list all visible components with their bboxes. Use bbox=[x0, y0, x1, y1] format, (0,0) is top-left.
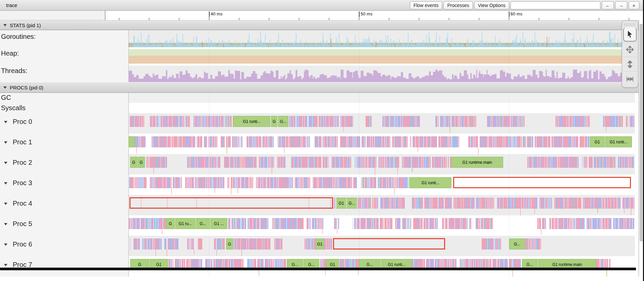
collapse-triangle-icon[interactable] bbox=[4, 203, 7, 205]
row-label-text: Proc 4 bbox=[13, 200, 32, 207]
trace-slice[interactable]: G... bbox=[278, 116, 288, 127]
timeline-area: STATS (pid 1) PROCS (pid 0) 40 ms50 ms60… bbox=[0, 11, 644, 281]
vertical-scrollbar[interactable] bbox=[639, 20, 643, 278]
sidebar-item-proc-2[interactable]: Proc 2 bbox=[0, 159, 32, 166]
sidebar-item-proc-3[interactable]: Proc 3 bbox=[0, 179, 32, 187]
trace-slice[interactable]: G... bbox=[509, 238, 525, 250]
trace-slice[interactable] bbox=[128, 136, 135, 147]
pan-arrows-icon bbox=[626, 46, 634, 53]
sidebar-item-proc-5[interactable]: Proc 5 bbox=[0, 220, 32, 228]
collapse-triangle-icon bbox=[3, 24, 7, 26]
label-column-divider bbox=[128, 20, 129, 277]
trace-viewer-window: trace Flow events Processes View Options… bbox=[0, 0, 644, 281]
nav-forward-button[interactable]: → bbox=[615, 1, 627, 9]
trace-slice[interactable]: G1 runtime.main bbox=[451, 157, 503, 168]
procs-section-title: PROCS (pid 0) bbox=[10, 85, 43, 90]
sidebar-item-gc: GC bbox=[1, 94, 11, 101]
stats-row-label: Threads: bbox=[1, 67, 28, 75]
trace-slice[interactable]: G1 runti... bbox=[233, 116, 270, 127]
trace-slice[interactable]: G... bbox=[196, 218, 210, 229]
row-label-text: GC bbox=[1, 94, 11, 101]
sidebar-item-syscalls: Syscalls bbox=[1, 104, 25, 112]
trace-slice[interactable]: G1 runti... bbox=[409, 177, 451, 188]
trace-slice[interactable]: G1 ... bbox=[210, 218, 227, 229]
stats-row-label: Heap: bbox=[1, 50, 19, 57]
trace-slice[interactable]: G... bbox=[347, 198, 357, 209]
track-label-column bbox=[0, 20, 128, 277]
trace-slice[interactable]: G1 runti... bbox=[605, 136, 632, 147]
collapse-triangle-icon[interactable] bbox=[4, 243, 7, 246]
search-input[interactable] bbox=[511, 1, 600, 9]
cursor-arrow-icon bbox=[626, 30, 634, 38]
selection-highlight bbox=[129, 197, 333, 209]
top-toolbar: trace Flow events Processes View Options… bbox=[0, 0, 644, 11]
stats-section-header[interactable]: STATS (pid 1) bbox=[0, 20, 639, 30]
view-options-button[interactable]: View Options bbox=[474, 1, 509, 9]
vertical-zoom-icon bbox=[626, 61, 634, 68]
overflow-button[interactable]: » bbox=[629, 1, 639, 9]
sidebar-item-proc-4[interactable]: Proc 4 bbox=[0, 200, 32, 207]
collapse-triangle-icon[interactable] bbox=[4, 141, 7, 144]
collapse-triangle-icon[interactable] bbox=[4, 162, 7, 164]
row-label-text: Proc 3 bbox=[13, 179, 32, 187]
trace-slice[interactable]: G1 bbox=[590, 136, 605, 147]
zoom-tool-button[interactable] bbox=[623, 57, 637, 71]
stats-section-title: STATS (pid 1) bbox=[10, 22, 41, 28]
collapse-triangle-icon[interactable] bbox=[4, 121, 7, 123]
row-label-text: Proc 6 bbox=[13, 240, 32, 248]
row-label-text: Syscalls bbox=[1, 104, 25, 112]
selection-highlight bbox=[453, 177, 631, 188]
pan-tool-button[interactable] bbox=[623, 42, 637, 57]
vertical-scrollbar-thumb[interactable] bbox=[640, 24, 643, 241]
ruler-time-label: 40 ms bbox=[209, 12, 222, 17]
ruler-time-label: 50 ms bbox=[359, 12, 372, 17]
selection-tool-button[interactable] bbox=[623, 27, 637, 42]
collapse-triangle-icon[interactable] bbox=[4, 264, 7, 266]
timing-range-icon bbox=[626, 75, 634, 83]
row-label-text: Proc 0 bbox=[13, 118, 32, 126]
procs-section-header[interactable]: PROCS (pid 0) bbox=[0, 82, 639, 93]
mode-tool-panel bbox=[622, 21, 638, 87]
collapse-triangle-icon bbox=[3, 86, 7, 89]
sidebar-item-proc-1[interactable]: Proc 1 bbox=[0, 138, 32, 146]
trace-slice[interactable]: G bbox=[166, 218, 175, 229]
trace-slice[interactable]: G1 bbox=[316, 238, 324, 250]
flow-events-button[interactable]: Flow events bbox=[410, 1, 442, 9]
row-label-text: Proc 5 bbox=[13, 220, 32, 228]
sidebar-item-proc-6[interactable]: Proc 6 bbox=[0, 240, 32, 248]
trace-slice[interactable]: G bbox=[138, 157, 145, 168]
row-label-text: Proc 1 bbox=[13, 138, 32, 146]
row-label-text: Proc 2 bbox=[13, 159, 32, 166]
trace-slice[interactable]: G bbox=[130, 157, 137, 168]
sidebar-item-proc-0[interactable]: Proc 0 bbox=[0, 118, 32, 126]
page-title: trace bbox=[6, 2, 17, 8]
tool-panel-grip[interactable] bbox=[624, 22, 636, 27]
nav-back-button[interactable]: ← bbox=[602, 1, 614, 9]
collapse-triangle-icon[interactable] bbox=[4, 182, 7, 185]
stats-row-label: Goroutines: bbox=[1, 33, 36, 41]
ruler-time-label: 60 ms bbox=[509, 12, 522, 17]
collapse-triangle-icon[interactable] bbox=[4, 223, 7, 225]
trace-slice[interactable]: G bbox=[226, 238, 233, 250]
horizontal-scrollbar[interactable] bbox=[0, 268, 636, 270]
trace-slice[interactable]: G1 bbox=[336, 198, 346, 209]
selection-highlight bbox=[333, 238, 445, 250]
processes-button[interactable]: Processes bbox=[443, 1, 473, 9]
timing-tool-button[interactable] bbox=[623, 71, 637, 86]
trace-slice[interactable]: G1 ru... bbox=[175, 218, 196, 229]
toolbar-buttons: Flow events Processes View Options ← → » bbox=[410, 1, 639, 9]
trace-slice[interactable]: G bbox=[271, 116, 277, 127]
